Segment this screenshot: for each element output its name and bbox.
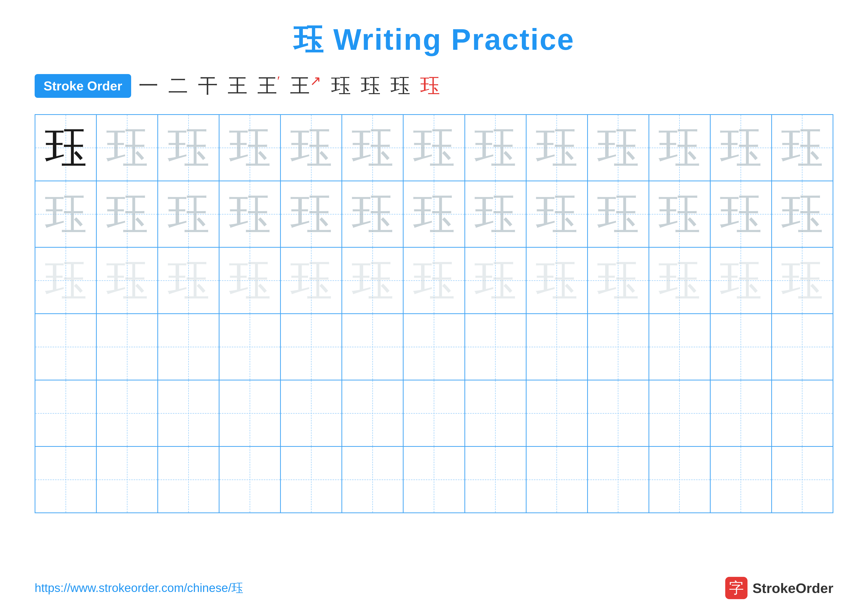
stroke-10: 珏 bbox=[420, 73, 440, 99]
char-light: 珏 bbox=[659, 193, 701, 235]
grid-cell-r1-c5[interactable]: 珏 bbox=[281, 115, 342, 180]
grid-cell-r6-c3[interactable] bbox=[158, 447, 220, 513]
char-light: 珏 bbox=[474, 193, 516, 235]
stroke-1: 一 bbox=[139, 73, 158, 99]
grid-cell-r2-c13[interactable]: 珏 bbox=[772, 181, 832, 247]
grid-cell-r1-c12[interactable]: 珏 bbox=[711, 115, 772, 180]
grid-cell-r5-c5[interactable] bbox=[281, 381, 342, 446]
grid-cell-r4-c2[interactable] bbox=[97, 314, 158, 380]
grid-cell-r2-c1[interactable]: 珏 bbox=[36, 181, 97, 247]
footer-url[interactable]: https://www.strokeorder.com/chinese/珏 bbox=[35, 580, 243, 596]
grid-cell-r6-c6[interactable] bbox=[342, 447, 403, 513]
grid-cell-r2-c3[interactable]: 珏 bbox=[158, 181, 220, 247]
char-light: 珏 bbox=[352, 127, 394, 169]
grid-cell-r1-c2[interactable]: 珏 bbox=[97, 115, 158, 180]
grid-cell-r6-c13[interactable] bbox=[772, 447, 832, 513]
grid-cell-r4-c8[interactable] bbox=[465, 314, 527, 380]
grid-cell-r5-c2[interactable] bbox=[97, 381, 158, 446]
grid-cell-r5-c8[interactable] bbox=[465, 381, 527, 446]
grid-cell-r1-c3[interactable]: 珏 bbox=[158, 115, 220, 180]
grid-cell-r2-c7[interactable]: 珏 bbox=[403, 181, 465, 247]
grid-cell-r2-c5[interactable]: 珏 bbox=[281, 181, 342, 247]
grid-cell-r4-c1[interactable] bbox=[36, 314, 97, 380]
char-light: 珏 bbox=[781, 193, 823, 235]
grid-cell-r3-c5[interactable]: 珏 bbox=[281, 248, 342, 313]
grid-cell-r6-c9[interactable] bbox=[527, 447, 588, 513]
grid-cell-r5-c11[interactable] bbox=[649, 381, 711, 446]
grid-row-2: 珏 珏 珏 珏 珏 珏 珏 珏 珏 bbox=[36, 181, 832, 248]
char-light: 珏 bbox=[290, 127, 332, 169]
grid-cell-r6-c2[interactable] bbox=[97, 447, 158, 513]
grid-cell-r4-c9[interactable] bbox=[527, 314, 588, 380]
grid-cell-r4-c13[interactable] bbox=[772, 314, 832, 380]
grid-cell-r4-c5[interactable] bbox=[281, 314, 342, 380]
stroke-3: 干 bbox=[198, 73, 218, 99]
grid-cell-r1-c10[interactable]: 珏 bbox=[588, 115, 649, 180]
grid-cell-r6-c4[interactable] bbox=[220, 447, 281, 513]
char-light: 珏 bbox=[413, 193, 455, 235]
grid-cell-r6-c8[interactable] bbox=[465, 447, 527, 513]
grid-cell-r4-c6[interactable] bbox=[342, 314, 403, 380]
grid-cell-r1-c8[interactable]: 珏 bbox=[465, 115, 527, 180]
grid-cell-r2-c11[interactable]: 珏 bbox=[649, 181, 711, 247]
grid-cell-r3-c4[interactable]: 珏 bbox=[220, 248, 281, 313]
grid-cell-r5-c12[interactable] bbox=[711, 381, 772, 446]
grid-cell-r3-c8[interactable]: 珏 bbox=[465, 248, 527, 313]
char-lighter: 珏 bbox=[536, 260, 578, 302]
grid-cell-r1-c6[interactable]: 珏 bbox=[342, 115, 403, 180]
grid-cell-r5-c9[interactable] bbox=[527, 381, 588, 446]
grid-cell-r5-c10[interactable] bbox=[588, 381, 649, 446]
grid-cell-r2-c2[interactable]: 珏 bbox=[97, 181, 158, 247]
grid-cell-r3-c12[interactable]: 珏 bbox=[711, 248, 772, 313]
grid-cell-r2-c8[interactable]: 珏 bbox=[465, 181, 527, 247]
grid-cell-r6-c5[interactable] bbox=[281, 447, 342, 513]
grid-cell-r3-c1[interactable]: 珏 bbox=[36, 248, 97, 313]
char-light: 珏 bbox=[474, 127, 516, 169]
grid-cell-r6-c1[interactable] bbox=[36, 447, 97, 513]
grid-cell-r6-c7[interactable] bbox=[403, 447, 465, 513]
grid-cell-r2-c10[interactable]: 珏 bbox=[588, 181, 649, 247]
grid-cell-r4-c12[interactable] bbox=[711, 314, 772, 380]
grid-cell-r6-c12[interactable] bbox=[711, 447, 772, 513]
grid-cell-r4-c11[interactable] bbox=[649, 314, 711, 380]
practice-grid: 珏 珏 珏 珏 珏 珏 珏 珏 珏 bbox=[35, 114, 833, 513]
grid-cell-r1-c7[interactable]: 珏 bbox=[403, 115, 465, 180]
grid-cell-r3-c2[interactable]: 珏 bbox=[97, 248, 158, 313]
grid-row-3: 珏 珏 珏 珏 珏 珏 珏 珏 珏 bbox=[36, 248, 832, 314]
grid-cell-r6-c11[interactable] bbox=[649, 447, 711, 513]
grid-cell-r1-c11[interactable]: 珏 bbox=[649, 115, 711, 180]
grid-cell-r3-c9[interactable]: 珏 bbox=[527, 248, 588, 313]
grid-cell-r1-c4[interactable]: 珏 bbox=[220, 115, 281, 180]
grid-cell-r3-c11[interactable]: 珏 bbox=[649, 248, 711, 313]
grid-cell-r1-c13[interactable]: 珏 bbox=[772, 115, 832, 180]
grid-cell-r1-c1[interactable]: 珏 bbox=[36, 115, 97, 180]
grid-cell-r1-c9[interactable]: 珏 bbox=[527, 115, 588, 180]
grid-cell-r4-c4[interactable] bbox=[220, 314, 281, 380]
grid-row-6 bbox=[36, 447, 832, 513]
grid-cell-r4-c7[interactable] bbox=[403, 314, 465, 380]
char-light: 珏 bbox=[229, 193, 271, 235]
grid-cell-r5-c3[interactable] bbox=[158, 381, 220, 446]
grid-cell-r3-c7[interactable]: 珏 bbox=[403, 248, 465, 313]
char-lighter: 珏 bbox=[781, 260, 823, 302]
grid-cell-r3-c13[interactable]: 珏 bbox=[772, 248, 832, 313]
grid-cell-r2-c9[interactable]: 珏 bbox=[527, 181, 588, 247]
grid-cell-r3-c10[interactable]: 珏 bbox=[588, 248, 649, 313]
grid-cell-r4-c10[interactable] bbox=[588, 314, 649, 380]
grid-cell-r4-c3[interactable] bbox=[158, 314, 220, 380]
char-light: 珏 bbox=[781, 127, 823, 169]
grid-cell-r2-c4[interactable]: 珏 bbox=[220, 181, 281, 247]
char-light: 珏 bbox=[413, 127, 455, 169]
grid-cell-r2-c6[interactable]: 珏 bbox=[342, 181, 403, 247]
char-light: 珏 bbox=[659, 127, 701, 169]
grid-cell-r5-c13[interactable] bbox=[772, 381, 832, 446]
logo-text: StrokeOrder bbox=[752, 580, 833, 596]
grid-cell-r2-c12[interactable]: 珏 bbox=[711, 181, 772, 247]
grid-cell-r5-c7[interactable] bbox=[403, 381, 465, 446]
grid-cell-r3-c3[interactable]: 珏 bbox=[158, 248, 220, 313]
grid-cell-r6-c10[interactable] bbox=[588, 447, 649, 513]
grid-cell-r5-c4[interactable] bbox=[220, 381, 281, 446]
grid-cell-r5-c6[interactable] bbox=[342, 381, 403, 446]
grid-cell-r3-c6[interactable]: 珏 bbox=[342, 248, 403, 313]
grid-cell-r5-c1[interactable] bbox=[36, 381, 97, 446]
